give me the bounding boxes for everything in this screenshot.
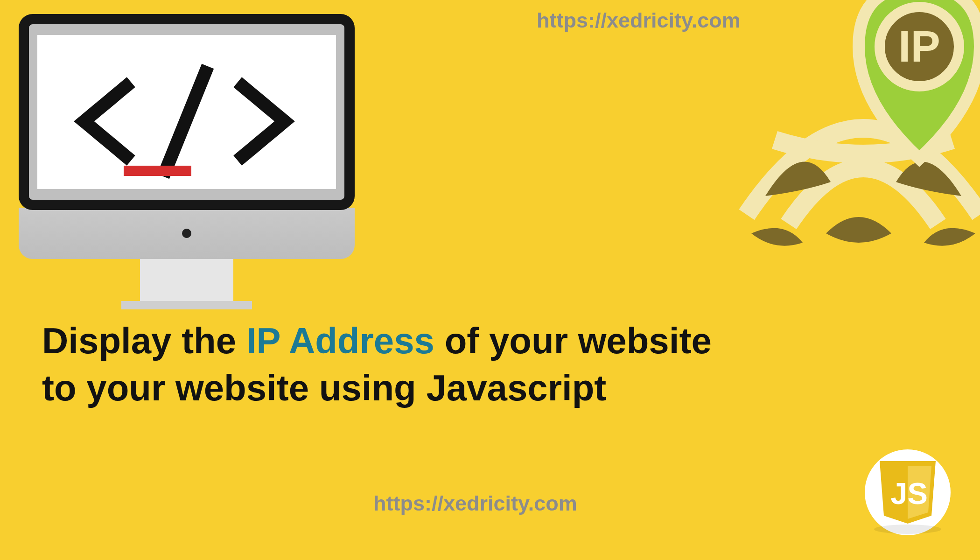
monitor-screen — [37, 35, 336, 189]
javascript-logo-icon: JS — [863, 448, 952, 537]
code-brackets-icon — [56, 49, 317, 189]
ip-pin-label: IP — [898, 21, 940, 71]
headline-part1: Display the — [42, 320, 246, 361]
computer-monitor-icon — [19, 14, 355, 317]
headline-part2: of your website — [434, 320, 712, 361]
bottom-url-text: https://xedricity.com — [373, 491, 577, 516]
headline-highlight: IP Address — [246, 320, 434, 361]
svg-point-3 — [874, 525, 941, 534]
headline-line2: to your website using Javascript — [42, 367, 606, 408]
monitor-base — [121, 301, 252, 309]
svg-rect-0 — [124, 166, 191, 176]
monitor-stand — [140, 259, 233, 301]
top-url-text: https://xedricity.com — [537, 8, 741, 33]
globe-ip-pin-icon: IP — [719, 0, 980, 261]
monitor-power-button-icon — [182, 229, 191, 238]
headline-text: Display the IP Address of your website t… — [42, 317, 712, 412]
js-logo-label: JS — [890, 476, 928, 511]
monitor-bezel — [19, 14, 355, 210]
monitor-chin — [19, 208, 355, 259]
